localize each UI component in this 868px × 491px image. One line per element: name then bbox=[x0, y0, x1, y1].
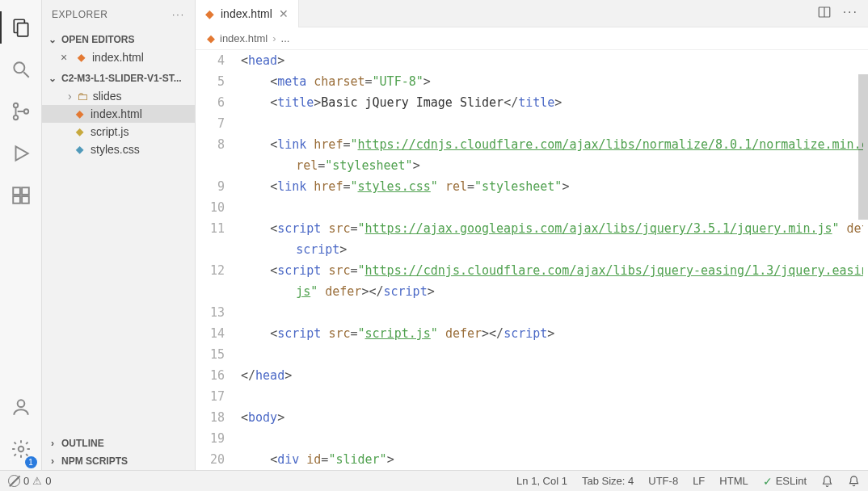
status-warnings-count: 0 bbox=[45, 475, 51, 487]
scrollbar-track[interactable] bbox=[858, 50, 868, 470]
tab-row: ◆ index.html ✕ ··· bbox=[196, 0, 868, 27]
file-item[interactable]: ◆styles.css bbox=[42, 141, 195, 158]
status-bell-icon[interactable] bbox=[848, 475, 860, 487]
file-icon: ◆ bbox=[73, 144, 86, 155]
split-editor-icon[interactable] bbox=[817, 5, 832, 23]
svg-line-3 bbox=[23, 72, 29, 78]
sidebar-title-label: EXPLORER bbox=[52, 9, 107, 20]
run-debug-icon[interactable] bbox=[0, 132, 42, 174]
outline-label: OUTLINE bbox=[61, 438, 104, 449]
status-errors-count: 0 bbox=[23, 475, 29, 487]
svg-point-12 bbox=[17, 400, 24, 407]
source-control-icon[interactable] bbox=[0, 90, 42, 132]
folder-header[interactable]: ⌄ C2-M3-L1-SLIDER-V1-ST... bbox=[42, 69, 195, 87]
svg-point-4 bbox=[13, 103, 17, 107]
open-editors-section: ⌄ OPEN EDITORS ×◆index.html bbox=[42, 29, 195, 68]
scrollbar-thumb[interactable] bbox=[858, 74, 868, 220]
check-icon: ✓ bbox=[763, 475, 773, 488]
folder-name: slides bbox=[93, 90, 122, 103]
settings-gear-icon[interactable]: 1 bbox=[0, 428, 42, 470]
status-bar: 0 ⚠ 0 Ln 1, Col 1 Tab Size: 4 UTF-8 LF H… bbox=[0, 470, 868, 491]
status-encoding[interactable]: UTF-8 bbox=[648, 475, 678, 487]
npm-scripts-header[interactable]: › NPM SCRIPTS bbox=[42, 452, 195, 470]
open-editor-item[interactable]: ×◆index.html bbox=[42, 48, 195, 66]
file-item[interactable]: ◆script.js bbox=[42, 123, 195, 141]
file-name: script.js bbox=[91, 125, 129, 138]
html-file-icon: ◆ bbox=[205, 7, 214, 20]
search-icon[interactable] bbox=[0, 48, 42, 90]
html-file-icon: ◆ bbox=[74, 52, 87, 63]
tab-index-html[interactable]: ◆ index.html ✕ bbox=[196, 0, 299, 27]
status-tab-size[interactable]: Tab Size: 4 bbox=[582, 475, 634, 487]
close-icon[interactable]: ✕ bbox=[279, 7, 289, 20]
npm-scripts-label: NPM SCRIPTS bbox=[61, 455, 128, 467]
svg-rect-8 bbox=[13, 187, 20, 195]
sidebar-more-icon[interactable]: ··· bbox=[172, 9, 185, 20]
status-errors[interactable]: 0 ⚠ 0 bbox=[8, 475, 51, 487]
sidebar-title: EXPLORER ··· bbox=[42, 0, 195, 29]
open-editors-label: OPEN EDITORS bbox=[61, 34, 134, 45]
svg-marker-7 bbox=[15, 146, 27, 160]
chevron-down-icon: ⌄ bbox=[47, 34, 58, 45]
file-icon: ◆ bbox=[73, 108, 86, 120]
folder-label: C2-M3-L1-SLIDER-V1-ST... bbox=[61, 73, 182, 84]
warning-icon: ⚠ bbox=[32, 475, 42, 487]
editor-area: ◆ index.html ✕ ··· ◆ index.html › ... 45… bbox=[196, 0, 868, 470]
svg-point-13 bbox=[18, 447, 23, 452]
status-cursor[interactable]: Ln 1, Col 1 bbox=[516, 475, 567, 487]
svg-rect-9 bbox=[13, 196, 20, 204]
svg-rect-11 bbox=[22, 187, 29, 195]
file-name: styles.css bbox=[91, 143, 140, 156]
error-icon bbox=[8, 475, 20, 487]
breadcrumb-symbol: ... bbox=[281, 32, 290, 44]
code-content[interactable]: <head> <meta charset="UTF-8"> <title>Bas… bbox=[241, 50, 868, 470]
close-icon[interactable]: × bbox=[58, 51, 70, 64]
breadcrumb-file: index.html bbox=[220, 32, 268, 44]
html-file-icon: ◆ bbox=[207, 32, 215, 44]
chevron-right-icon: › bbox=[68, 90, 72, 103]
chevron-right-icon: › bbox=[47, 438, 58, 449]
file-name: index.html bbox=[92, 51, 144, 64]
file-name: index.html bbox=[91, 107, 142, 120]
breadcrumb-separator: › bbox=[272, 32, 276, 44]
chevron-right-icon: › bbox=[47, 455, 58, 467]
extensions-icon[interactable] bbox=[0, 174, 42, 216]
svg-rect-1 bbox=[17, 23, 27, 36]
folder-item[interactable]: ›🗀slides bbox=[42, 87, 195, 105]
status-eol[interactable]: LF bbox=[693, 475, 705, 487]
explorer-sidebar: EXPLORER ··· ⌄ OPEN EDITORS ×◆index.html… bbox=[42, 0, 196, 470]
activity-bar: 1 bbox=[0, 0, 42, 470]
main-area: 1 EXPLORER ··· ⌄ OPEN EDITORS ×◆index.ht… bbox=[0, 0, 868, 470]
chevron-down-icon: ⌄ bbox=[47, 73, 58, 84]
file-item[interactable]: ◆index.html bbox=[42, 105, 195, 123]
open-editors-header[interactable]: ⌄ OPEN EDITORS bbox=[42, 31, 195, 48]
account-icon[interactable] bbox=[0, 386, 42, 428]
breadcrumb[interactable]: ◆ index.html › ... bbox=[196, 27, 868, 50]
svg-point-5 bbox=[13, 115, 17, 120]
status-language[interactable]: HTML bbox=[719, 475, 748, 487]
explorer-icon[interactable] bbox=[0, 6, 42, 48]
more-icon[interactable]: ··· bbox=[843, 5, 858, 23]
tab-label: index.html bbox=[221, 7, 272, 20]
svg-point-2 bbox=[14, 62, 24, 73]
file-icon: ◆ bbox=[73, 126, 86, 137]
line-gutter: 4567891011121314151617181920 bbox=[196, 50, 241, 470]
svg-point-6 bbox=[23, 109, 27, 113]
folder-icon: 🗀 bbox=[77, 90, 88, 103]
folder-section: ⌄ C2-M3-L1-SLIDER-V1-ST... ›🗀slides◆inde… bbox=[42, 68, 195, 160]
status-feedback-icon[interactable] bbox=[821, 475, 833, 487]
code-editor[interactable]: 4567891011121314151617181920 <head> <met… bbox=[196, 50, 868, 470]
svg-rect-10 bbox=[22, 196, 29, 204]
outline-header[interactable]: › OUTLINE bbox=[42, 434, 195, 452]
settings-badge: 1 bbox=[25, 456, 37, 468]
status-eslint[interactable]: ✓ESLint bbox=[763, 475, 807, 488]
